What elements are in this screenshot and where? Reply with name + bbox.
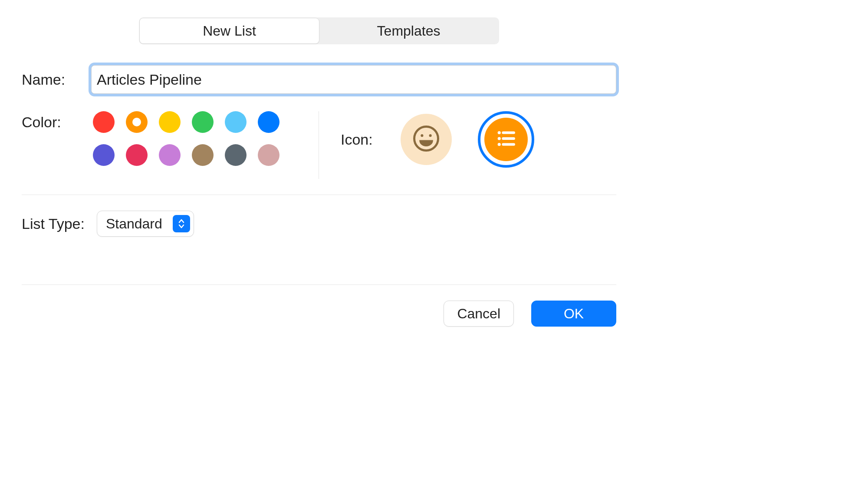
color-swatch[interactable] bbox=[225, 144, 247, 166]
list-bullet-icon bbox=[494, 127, 518, 152]
tab-new-list-label: New List bbox=[203, 23, 256, 39]
cancel-button[interactable]: Cancel bbox=[444, 301, 514, 327]
divider-2 bbox=[22, 284, 616, 285]
svg-point-7 bbox=[497, 143, 500, 146]
tab-templates[interactable]: Templates bbox=[319, 18, 498, 43]
svg-point-5 bbox=[497, 137, 500, 140]
name-input[interactable] bbox=[91, 65, 616, 94]
top-segmented-control: New List Templates bbox=[139, 17, 499, 44]
svg-point-2 bbox=[429, 134, 431, 137]
color-swatch[interactable] bbox=[159, 144, 181, 166]
list-type-label: List Type: bbox=[22, 215, 85, 232]
tab-templates-label: Templates bbox=[377, 23, 441, 39]
emoji-smile-icon bbox=[412, 124, 441, 155]
svg-point-0 bbox=[414, 127, 438, 151]
cancel-button-label: Cancel bbox=[457, 306, 500, 322]
list-type-select[interactable]: Standard bbox=[97, 211, 194, 237]
color-label: Color: bbox=[22, 111, 82, 131]
emoji-picker-button[interactable] bbox=[401, 114, 452, 165]
list-type-value: Standard bbox=[106, 216, 162, 232]
color-swatch[interactable] bbox=[126, 144, 148, 166]
chevron-up-down-icon bbox=[173, 215, 190, 232]
tab-new-list[interactable]: New List bbox=[140, 18, 319, 43]
color-icon-row: Color: Icon: bbox=[22, 111, 616, 179]
name-label: Name: bbox=[22, 71, 82, 88]
list-icon-inner bbox=[484, 118, 528, 161]
icon-label: Icon: bbox=[341, 131, 373, 148]
divider-1 bbox=[22, 195, 616, 195]
color-swatch-grid bbox=[93, 111, 279, 166]
list-icon-button[interactable] bbox=[478, 111, 534, 168]
color-swatch[interactable] bbox=[159, 111, 181, 133]
name-row: Name: bbox=[22, 65, 616, 94]
color-swatch[interactable] bbox=[225, 111, 247, 133]
ok-button-label: OK bbox=[564, 306, 584, 322]
color-swatch[interactable] bbox=[192, 111, 214, 133]
svg-point-1 bbox=[421, 134, 423, 137]
list-type-row: List Type: Standard bbox=[22, 211, 616, 237]
ok-button[interactable]: OK bbox=[531, 301, 616, 327]
color-swatch[interactable] bbox=[126, 111, 148, 133]
color-swatch[interactable] bbox=[258, 144, 279, 166]
icon-section: Icon: bbox=[341, 111, 534, 168]
color-swatch[interactable] bbox=[192, 144, 214, 166]
color-swatch[interactable] bbox=[93, 144, 115, 166]
color-swatch[interactable] bbox=[93, 111, 115, 133]
svg-point-3 bbox=[497, 131, 500, 134]
dialog-footer: Cancel OK bbox=[22, 301, 616, 327]
color-swatch[interactable] bbox=[258, 111, 279, 133]
vertical-separator bbox=[319, 111, 319, 179]
color-section: Color: bbox=[22, 111, 279, 166]
